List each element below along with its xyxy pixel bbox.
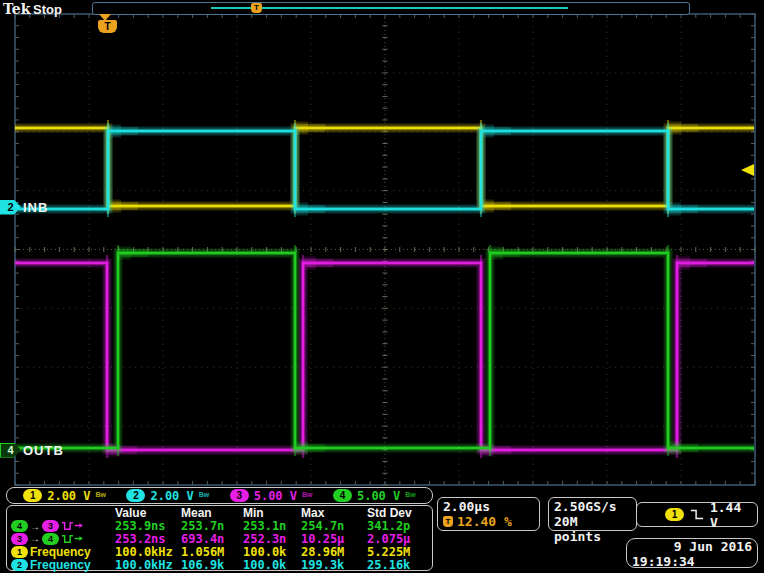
channel1-badge: 1 xyxy=(11,546,28,558)
channel3-badge: 3 xyxy=(42,520,59,532)
timebase-readout[interactable]: 2.00µs T 12.40 % xyxy=(437,497,540,531)
channel2-badge: 2 xyxy=(11,559,28,571)
channel4-bandwidth-icon: Bw xyxy=(405,491,416,498)
acquisition-status: Stop xyxy=(33,2,62,17)
trigger-level-arrow-icon[interactable] xyxy=(741,164,754,176)
meas-cell: 25.16k xyxy=(367,558,433,572)
record-length: 20M points xyxy=(554,514,631,544)
channel2-marker-icon: 2 xyxy=(0,200,21,215)
channel4-position-marker[interactable]: 4 OUTB xyxy=(0,442,64,458)
channel1-scale: 2.00 V xyxy=(47,489,90,503)
channel1-bandwidth-icon: Bw xyxy=(96,491,107,498)
trigger-source-badge: 1 xyxy=(665,508,684,521)
channel3-badge: 3 xyxy=(11,533,28,545)
channel3-badge: 3 xyxy=(230,489,249,502)
horizontal-position: 12.40 % xyxy=(457,514,512,529)
trigger-t-icon: T xyxy=(98,20,117,33)
meas-row2-label: 3 → 4 xyxy=(11,533,115,545)
meas-row1-label: 4 → 3 xyxy=(11,520,115,532)
tek-logo: Tek xyxy=(3,1,30,17)
sample-rate: 2.50GS/s xyxy=(554,499,631,514)
channel4-readout[interactable]: 4 5.00 V Bw xyxy=(333,489,416,503)
acquisition-readout[interactable]: 2.50GS/s 20M points xyxy=(548,497,637,531)
channel2-label: INB xyxy=(23,200,48,215)
meas-cell: 100.0k xyxy=(243,558,301,572)
trigger-position-marker[interactable]: T xyxy=(98,14,112,36)
channel-readout-bar: 1 2.00 V Bw 2 2.00 V Bw 3 5.00 V Bw 4 5.… xyxy=(6,487,433,504)
channel4-marker-icon: 4 xyxy=(0,443,21,458)
trigger-t-icon: T xyxy=(443,516,453,527)
channel2-badge: 2 xyxy=(126,489,145,502)
channel4-badge: 4 xyxy=(333,489,352,502)
channel2-scale: 2.00 V xyxy=(150,489,193,503)
datetime-readout: 9 Jun 2016 19:19:34 xyxy=(626,538,758,568)
date-label: 9 Jun 2016 xyxy=(632,539,752,554)
record-waveform-line xyxy=(211,7,568,9)
arrow-icon: → xyxy=(30,533,40,544)
time-label: 19:19:34 xyxy=(632,554,752,569)
meas-type-label: Frequency xyxy=(30,558,91,572)
meas-cell: 106.9k xyxy=(181,558,243,572)
channel3-readout[interactable]: 3 5.00 V Bw xyxy=(230,489,313,503)
record-view-bar[interactable]: T xyxy=(92,2,690,15)
channel4-badge: 4 xyxy=(11,520,28,532)
arrow-icon: → xyxy=(30,521,40,532)
channel4-label: OUTB xyxy=(23,443,64,458)
delay-edge-icon xyxy=(61,533,83,545)
trigger-level: 1.44 V xyxy=(710,500,751,530)
channel4-badge: 4 xyxy=(42,533,59,545)
channel2-bandwidth-icon: Bw xyxy=(199,491,210,498)
falling-edge-icon xyxy=(690,508,704,521)
channel3-bandwidth-icon: Bw xyxy=(302,491,313,498)
timebase-scale: 2.00µs xyxy=(443,499,534,514)
meas-cell: 199.3k xyxy=(301,558,367,572)
trigger-readout[interactable]: 1 1.44 V xyxy=(636,502,758,527)
oscilloscope-screen: Tek Stop T T 2 INB 4 OUTB 1 2.00 V Bw 2 … xyxy=(0,0,764,573)
channel2-readout[interactable]: 2 2.00 V Bw xyxy=(126,489,209,503)
meas-row4-label: 2 Frequency xyxy=(11,558,115,572)
channel1-badge: 1 xyxy=(23,489,42,502)
channel4-scale: 5.00 V xyxy=(357,489,400,503)
channel2-position-marker[interactable]: 2 INB xyxy=(0,199,48,215)
channel3-scale: 5.00 V xyxy=(254,489,297,503)
record-trigger-icon: T xyxy=(251,3,262,13)
channel1-readout[interactable]: 1 2.00 V Bw xyxy=(23,489,106,503)
delay-edge-icon xyxy=(61,520,83,532)
measurement-panel[interactable]: Value Mean Min Max Std Dev 4 → 3 253.9ns… xyxy=(6,505,433,571)
meas-cell: 100.0kHz xyxy=(115,558,181,572)
